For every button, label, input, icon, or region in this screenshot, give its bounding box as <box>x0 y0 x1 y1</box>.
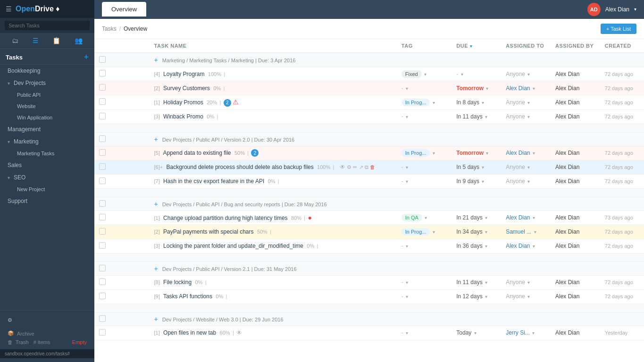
contacts-icon[interactable]: 👥 <box>75 37 83 44</box>
row-checkbox[interactable] <box>99 70 106 76</box>
sidebar-item-support[interactable]: Support <box>0 195 94 207</box>
due-chevron[interactable]: ▾ <box>474 330 477 336</box>
share-icon[interactable]: ↗ <box>359 164 363 170</box>
add-task-icon[interactable]: + <box>154 265 158 272</box>
sidebar-item-dev-projects[interactable]: ▾ Dev Projects <box>0 77 94 89</box>
group-checkbox[interactable] <box>99 56 106 63</box>
sidebar-item-website[interactable]: Website <box>6 101 94 112</box>
add-task-icon[interactable]: + <box>154 135 158 143</box>
tag-chevron[interactable]: ▾ <box>433 229 435 235</box>
row-checkbox[interactable] <box>99 113 106 119</box>
search-input[interactable] <box>5 21 90 30</box>
group-checkbox[interactable] <box>99 135 106 142</box>
row-checkbox[interactable] <box>99 242 106 249</box>
assigned-to-chevron[interactable]: ▾ <box>533 215 535 220</box>
task-name[interactable]: Tasks API functions <box>163 293 212 300</box>
due-chevron[interactable]: ▾ <box>485 280 487 285</box>
drive-icon[interactable]: 🗂 <box>12 37 18 44</box>
row-checkbox[interactable] <box>99 329 106 336</box>
edit-icon[interactable]: ✏ <box>353 164 357 170</box>
row-checkbox[interactable] <box>99 149 106 156</box>
assigned-to-chevron[interactable]: ▾ <box>527 294 530 299</box>
row-checkbox[interactable] <box>99 163 106 170</box>
sidebar-item-new-project[interactable]: New Project <box>6 184 94 195</box>
tag-chevron[interactable]: ▾ <box>433 100 435 105</box>
tag-chevron[interactable]: ▾ <box>425 215 427 220</box>
assigned-to-chevron[interactable]: ▾ <box>527 100 530 105</box>
eye-icon[interactable]: 👁 <box>236 329 242 336</box>
assigned-to-chevron[interactable]: ▾ <box>533 86 535 91</box>
task-name[interactable]: Open files in new tab <box>163 329 216 336</box>
row-checkbox[interactable] <box>99 278 106 285</box>
group-checkbox[interactable] <box>99 315 106 322</box>
tag-chevron[interactable]: ▾ <box>433 151 435 156</box>
group-checkbox[interactable] <box>99 200 106 207</box>
due-chevron[interactable]: ▾ <box>461 72 463 77</box>
add-task-icon[interactable]: + <box>154 315 158 323</box>
tag-chevron[interactable]: ▾ <box>406 244 408 249</box>
due-chevron[interactable]: ▾ <box>482 165 484 170</box>
due-chevron[interactable]: ▾ <box>485 229 487 235</box>
due-chevron[interactable]: ▾ <box>485 294 487 299</box>
add-task-list-icon[interactable]: + <box>84 52 89 62</box>
task-name[interactable]: Background delete process should delete … <box>167 164 314 170</box>
due-chevron[interactable]: ▾ <box>486 151 488 156</box>
hamburger-icon[interactable]: ☰ <box>6 5 12 13</box>
notes-icon[interactable]: 📋 <box>52 37 60 44</box>
row-checkbox[interactable] <box>99 177 106 184</box>
tag-chevron[interactable]: ▾ <box>424 72 427 77</box>
add-task-icon[interactable]: + <box>154 56 158 64</box>
tag-chevron[interactable]: ▾ <box>406 165 408 170</box>
due-chevron[interactable]: ▾ <box>482 100 484 105</box>
th-due[interactable]: DUE ▾ <box>452 39 501 53</box>
task-name[interactable]: Winback Promo <box>163 113 203 120</box>
task-name[interactable]: Locking the parent folder and update_dir… <box>163 243 303 249</box>
assigned-to-chevron[interactable]: ▾ <box>533 151 535 156</box>
settings-item[interactable]: ⚙ <box>0 314 94 326</box>
assigned-to-chevron[interactable]: ▾ <box>534 229 536 235</box>
task-name[interactable]: File locking <box>163 279 192 286</box>
sidebar-item-sales[interactable]: Sales <box>0 159 94 171</box>
assigned-to-chevron[interactable]: ▾ <box>527 165 530 170</box>
row-checkbox[interactable] <box>99 228 106 235</box>
overview-tab[interactable]: Overview <box>102 2 146 17</box>
row-checkbox[interactable] <box>99 214 106 220</box>
row-checkbox[interactable] <box>99 98 106 105</box>
tag-chevron[interactable]: ▾ <box>406 294 408 299</box>
add-task-icon[interactable]: + <box>154 200 158 208</box>
assigned-to-chevron[interactable]: ▾ <box>532 330 535 336</box>
tasks-breadcrumb-link[interactable]: Tasks <box>102 25 117 32</box>
tag-chevron[interactable]: ▾ <box>406 86 408 91</box>
task-name[interactable]: Holiday Promos <box>163 99 203 106</box>
tag-chevron[interactable]: ▾ <box>406 330 408 336</box>
user-dropdown-icon[interactable]: ▾ <box>634 7 636 12</box>
gear-icon[interactable]: ⚙ <box>347 164 351 170</box>
assigned-to-chevron[interactable]: ▾ <box>527 179 530 184</box>
sidebar-item-management[interactable]: Management <box>0 123 94 135</box>
tag-chevron[interactable]: ▾ <box>406 280 408 285</box>
due-chevron[interactable]: ▾ <box>485 215 487 220</box>
tag-chevron[interactable]: ▾ <box>406 179 408 184</box>
task-name[interactable]: Change upload partition during high late… <box>163 215 288 221</box>
eye-icon[interactable]: 👁 <box>340 164 345 170</box>
due-chevron[interactable]: ▾ <box>482 179 484 184</box>
sidebar-item-marketing-tasks[interactable]: Marketing Tasks <box>6 148 94 159</box>
assigned-to-chevron[interactable]: ▾ <box>527 280 530 285</box>
trash-icon[interactable]: 🗑 <box>370 164 375 170</box>
copy-icon[interactable]: ⧉ <box>365 164 368 170</box>
assigned-to-chevron[interactable]: ▾ <box>527 72 530 77</box>
tag-chevron[interactable]: ▾ <box>406 114 408 119</box>
empty-button[interactable]: Empty <box>72 339 87 345</box>
row-checkbox[interactable] <box>99 293 106 299</box>
task-name[interactable]: Append data to existing file <box>163 150 231 156</box>
group-checkbox[interactable] <box>99 265 106 271</box>
due-chevron[interactable]: ▾ <box>486 86 488 91</box>
task-name[interactable]: Survey Customers <box>163 85 210 92</box>
sidebar-item-win-application[interactable]: Win Application <box>6 112 94 123</box>
sidebar-item-bookkeeping[interactable]: Bookkeeping <box>0 65 94 77</box>
due-chevron[interactable]: ▾ <box>485 244 487 249</box>
assigned-to-chevron[interactable]: ▾ <box>533 244 535 249</box>
tasks-icon[interactable]: ☰ <box>33 37 39 44</box>
due-chevron[interactable]: ▾ <box>485 114 487 119</box>
row-checkbox[interactable] <box>99 84 106 91</box>
